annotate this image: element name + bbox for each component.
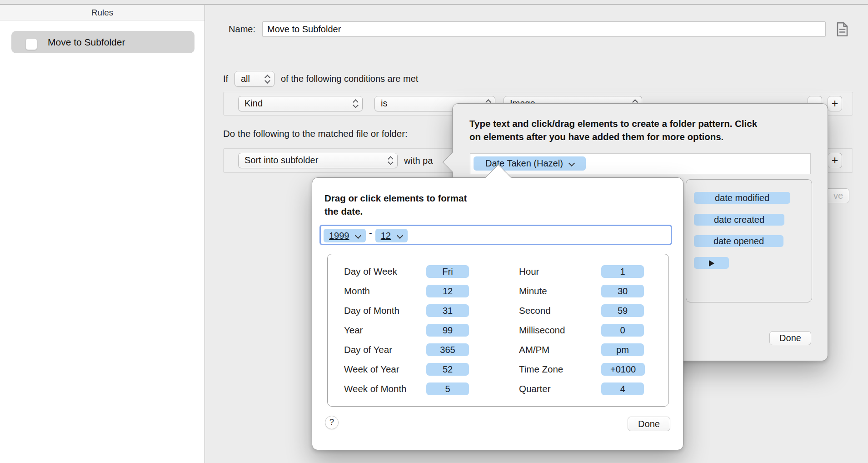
pattern-connector-label: with pa	[404, 153, 433, 168]
element-row: Quarter 4	[519, 382, 645, 395]
date-taken-token[interactable]: Date Taken (Hazel)	[474, 156, 586, 171]
condition-operator-value: is	[381, 98, 387, 108]
date-instructions-line2: the date.	[324, 205, 597, 218]
element-value-token[interactable]: Fri	[426, 265, 469, 278]
element-row: Month 12	[344, 285, 469, 297]
element-row: AM/PM pm	[519, 343, 645, 356]
element-row: Week of Year 52	[344, 363, 469, 376]
stepper-icon	[353, 100, 358, 108]
element-row: Minute 30	[519, 285, 645, 297]
element-label: Hour	[519, 266, 601, 277]
element-label: Quarter	[519, 383, 601, 394]
add-condition-button[interactable]: +	[828, 96, 842, 111]
match-mode-value: all	[241, 74, 250, 84]
action-value: Sort into subfolder	[244, 155, 318, 165]
date-format-popover: Drag or click elements to format the dat…	[312, 177, 683, 450]
actions-heading: Do the following to the matched file or …	[223, 127, 408, 140]
element-label: Week of Month	[344, 383, 426, 394]
element-row: Year 99	[344, 324, 469, 337]
chevron-down-icon	[396, 232, 403, 239]
month-token[interactable]: 12	[375, 229, 408, 242]
window-top-edge	[0, 0, 868, 5]
pattern-instructions: Type text and click/drag elements to cre…	[469, 117, 815, 143]
stepper-icon	[265, 75, 270, 83]
element-row: Millisecond 0	[519, 324, 645, 337]
element-row: Day of Month 31	[344, 304, 469, 317]
element-token-date-modified[interactable]: date modified	[694, 192, 790, 204]
element-row: Hour 1	[519, 265, 645, 278]
element-value-token[interactable]: 52	[426, 363, 469, 376]
element-value-token[interactable]: 31	[426, 304, 469, 317]
rule-name-label: Move to Subfolder	[48, 31, 125, 53]
rules-header: Rules	[0, 5, 205, 20]
element-value-token[interactable]: 99	[426, 324, 469, 337]
date-format-instructions: Drag or click elements to format the dat…	[324, 191, 597, 218]
element-token-date-created[interactable]: date created	[694, 214, 784, 226]
element-row: Day of Year 365	[344, 343, 469, 356]
pattern-instructions-line1: Type text and click/drag elements to cre…	[469, 117, 815, 130]
rules-sidebar	[0, 5, 205, 463]
add-action-button[interactable]: +	[828, 153, 842, 168]
element-row: Week of Month 5	[344, 382, 469, 395]
pattern-field[interactable]: Date Taken (Hazel)	[470, 153, 811, 174]
year-token-label: 1999	[329, 231, 349, 241]
chevron-down-icon	[355, 232, 361, 239]
stepper-icon	[388, 156, 393, 165]
element-value-token[interactable]: 1	[601, 265, 644, 278]
element-label: Time Zone	[519, 364, 601, 375]
pattern-elements-list: date modified date created date opened	[686, 179, 812, 302]
date-elements-panel: Day of Week Fri Month 12 Day of Month 31…	[327, 254, 669, 407]
element-label: Day of Year	[344, 344, 426, 355]
element-value-token[interactable]: 12	[426, 285, 469, 297]
element-value-token[interactable]: 5	[426, 382, 469, 395]
help-button[interactable]: ?	[325, 416, 339, 429]
element-label: Month	[344, 286, 426, 297]
condition-attribute-value: Kind	[244, 98, 263, 108]
element-label: Day of Month	[344, 305, 426, 316]
element-value-token[interactable]: 365	[426, 343, 469, 356]
element-label: Day of Week	[344, 266, 426, 277]
pattern-instructions-line2: on elements after you have added them fo…	[469, 130, 815, 143]
element-value-token[interactable]: 4	[601, 382, 644, 395]
document-icon[interactable]	[835, 22, 849, 39]
date-format-field[interactable]: 1999 - 12	[319, 225, 672, 245]
action-popup[interactable]: Sort into subfolder	[238, 153, 398, 168]
element-token-date-opened[interactable]: date opened	[694, 235, 783, 247]
element-label: Second	[519, 305, 601, 316]
rule-enabled-checkbox[interactable]	[25, 38, 37, 50]
element-label: Minute	[519, 286, 601, 297]
date-format-done-button[interactable]: Done	[628, 417, 670, 431]
element-row: Time Zone +0100	[519, 363, 645, 376]
date-instructions-line1: Drag or click elements to format	[324, 191, 597, 205]
year-token[interactable]: 1999	[324, 229, 366, 242]
element-value-token[interactable]: +0100	[601, 363, 645, 376]
if-suffix-label: of the following conditions are met	[281, 71, 418, 87]
element-label: Year	[344, 325, 426, 336]
chevron-down-icon	[569, 160, 575, 166]
token-separator: -	[369, 228, 372, 238]
match-mode-popup[interactable]: all	[234, 71, 274, 87]
condition-attribute-popup[interactable]: Kind	[238, 96, 363, 111]
more-elements-token[interactable]	[694, 257, 729, 269]
element-label: AM/PM	[519, 344, 601, 355]
pattern-done-button[interactable]: Done	[769, 331, 811, 345]
name-label: Name:	[214, 21, 255, 37]
element-label: Millisecond	[519, 325, 601, 336]
if-prefix-label: If	[223, 71, 228, 87]
element-value-token[interactable]: 30	[601, 285, 644, 297]
element-row: Second 59	[519, 304, 645, 317]
element-label: Week of Year	[344, 364, 426, 375]
date-elements-left-column: Day of Week Fri Month 12 Day of Month 31…	[344, 265, 469, 402]
element-row: Day of Week Fri	[344, 265, 469, 278]
month-token-label: 12	[381, 231, 391, 241]
play-right-triangle-icon	[709, 260, 714, 267]
element-value-token[interactable]: 59	[601, 304, 644, 317]
element-value-token[interactable]: pm	[601, 343, 644, 356]
date-elements-right-column: Hour 1 Minute 30 Second 59 Millisecond 0…	[519, 265, 645, 402]
rule-name-input[interactable]	[262, 21, 826, 37]
element-value-token[interactable]: 0	[601, 324, 644, 337]
